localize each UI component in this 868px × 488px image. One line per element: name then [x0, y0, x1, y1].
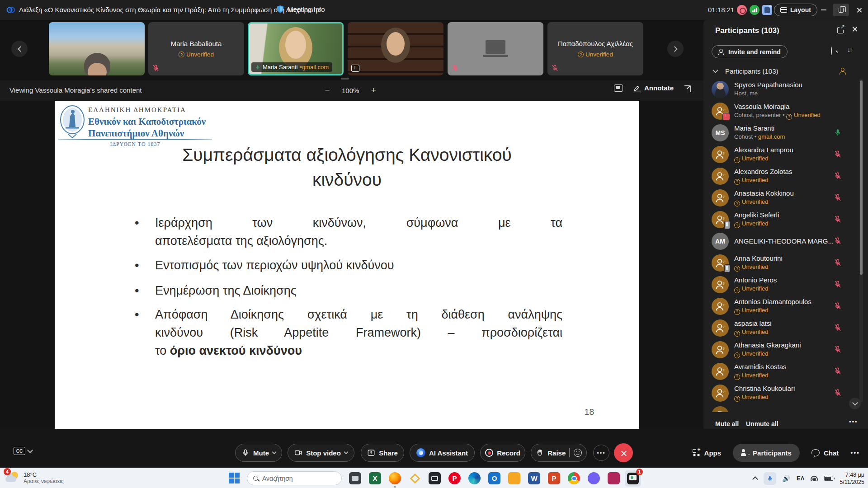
record-button[interactable]: Record [480, 444, 525, 462]
stop-video-button[interactable]: Stop video [288, 444, 354, 462]
org-name-1: Εθνικόν και Καποδιστριακόν [88, 116, 206, 127]
chat-button[interactable]: Chat [811, 449, 839, 457]
wifi-icon[interactable] [811, 476, 818, 481]
leave-meeting-button[interactable] [614, 443, 633, 462]
search-participants-icon[interactable] [831, 47, 839, 55]
participant-row[interactable]: AMANGELIKI-THEODORA MARG... [703, 230, 861, 252]
participant-row[interactable]: ?Angeliki SeferliUnverified [703, 209, 861, 230]
window-titlebar: Διάλεξη «Ο Κανονιστικός Κίνδυνος στη Θεω… [0, 0, 868, 20]
ai-assistant-button[interactable]: AI Assistant [410, 444, 475, 462]
participant-row[interactable]: ?aspasia latsiUnverified [703, 317, 861, 339]
scroll-down-button[interactable] [849, 398, 861, 409]
notes-clipboard-icon[interactable] [762, 5, 772, 15]
sort-participants-icon[interactable]: ↓↑ [847, 46, 852, 53]
mute-all-button[interactable]: Mute all [715, 420, 739, 427]
taskbar-icon-firefox[interactable] [389, 472, 401, 484]
participant-row[interactable]: MSMaria SarantiCohost • gmail.com [703, 122, 861, 144]
layout-button[interactable]: Layout [774, 4, 817, 16]
taskbar-weather-widget[interactable]: 4 18°C Αραιές νεφώσεις [5, 470, 64, 485]
svg-text:?: ? [722, 151, 725, 155]
share-button[interactable]: Share [361, 444, 404, 462]
video-thumbnail-babaliouta[interactable]: Maria Babaliouta Unverified [148, 22, 244, 75]
zoom-level[interactable]: 100% [342, 87, 359, 94]
filmstrip-next-button[interactable] [667, 41, 684, 57]
participant-row[interactable]: Spyros PapathanasiouHost, me [703, 79, 861, 100]
video-thumbnail-saranti-active[interactable]: Maria Saranti •gmail.com [248, 22, 344, 75]
taskbar-icon-edge[interactable] [468, 472, 481, 484]
tray-volume-icon[interactable]: 🔊 [783, 475, 790, 482]
apps-button[interactable]: Apps [693, 449, 722, 457]
taskbar-icon-file-explorer[interactable] [349, 472, 361, 484]
zoom-out-button[interactable]: − [322, 84, 333, 97]
taskbar-icon-tv[interactable] [429, 472, 441, 484]
connection-quality-icon[interactable] [750, 5, 760, 15]
chevron-down-icon[interactable] [272, 450, 277, 455]
participant-row[interactable]: ?Antonio PerosUnverified [703, 274, 861, 296]
video-thumbnail-moiragia[interactable] [348, 22, 443, 75]
dock-more-button[interactable]: ••• [850, 449, 860, 456]
unverified-icon [734, 374, 740, 380]
minimize-button[interactable] [816, 4, 832, 16]
raise-hand-button[interactable]: Raise [531, 444, 587, 462]
more-options-button[interactable]: ••• [593, 445, 609, 461]
taskbar-icon-photos[interactable] [608, 472, 620, 484]
taskbar-icon-webex-active[interactable]: 1 [625, 470, 641, 487]
participant-row[interactable]: ?Vassoula MoiragiaCohost, presenter • Un… [703, 100, 861, 122]
filmstrip-prev-button[interactable] [11, 41, 28, 57]
taskbar-icon-notes[interactable] [508, 472, 520, 484]
annotate-button[interactable]: Annotate [634, 84, 674, 92]
pen-icon [634, 84, 641, 92]
start-button[interactable] [229, 473, 241, 484]
taskbar-icon-pinterest[interactable]: P [448, 472, 461, 484]
participants-toggle-button[interactable]: Participants [733, 444, 800, 462]
taskbar-icon-viber[interactable] [588, 472, 600, 484]
meeting-info-button[interactable]: Meeting Info [277, 5, 325, 13]
participant-row[interactable]: ? [703, 404, 861, 412]
participants-section-header[interactable]: Participants (103) [703, 65, 868, 79]
expand-icon[interactable] [684, 85, 691, 92]
taskbar-icon-powerpoint[interactable]: P [548, 472, 560, 484]
view-on-device-icon[interactable] [614, 84, 623, 92]
participant-name: Antonios Diamantopoulos [734, 298, 837, 305]
participant-row[interactable]: ?Alexandra LamprouUnverified [703, 144, 861, 165]
video-thumbnail-papadopoulos[interactable]: Παπαδόπουλος Αχιλλέας Unverified [547, 22, 643, 75]
video-thumbnail-placeholder[interactable] [448, 22, 543, 75]
close-button[interactable] [851, 4, 867, 16]
participant-row[interactable]: ?Avramidis KostasUnverified [703, 361, 861, 382]
footer-more-button[interactable]: ••• [849, 418, 858, 425]
participant-row[interactable]: ?Alexandros ZolotasUnverified [703, 165, 861, 187]
closed-captions-button[interactable]: CC [14, 447, 32, 455]
restore-button[interactable] [833, 4, 849, 16]
participant-row[interactable]: ?Christina KoukoulariUnverified [703, 382, 861, 404]
popout-icon[interactable] [837, 27, 844, 33]
taskbar-icon-excel[interactable]: X [369, 472, 381, 484]
mute-button[interactable]: Mute [235, 444, 282, 462]
taskbar-icon-word[interactable]: W [528, 472, 540, 484]
participant-row[interactable]: ?Athanasia GkaragkaniUnverified [703, 339, 861, 361]
tray-expand-icon[interactable] [752, 476, 758, 482]
taskbar-icon-outlook[interactable]: O [488, 472, 500, 484]
mic-muted-icon [834, 258, 842, 267]
video-thumbnail-host[interactable] [49, 22, 145, 75]
chevron-down-icon[interactable] [344, 450, 348, 455]
tray-mic-in-use-icon[interactable] [764, 472, 776, 485]
reactions-icon[interactable] [574, 449, 582, 457]
participants-scrollbar[interactable] [859, 79, 863, 402]
zoom-in-button[interactable]: + [368, 84, 379, 97]
taskbar-search[interactable]: Αναζήτηση [247, 471, 342, 485]
participant-row[interactable]: ?Anna KoutouriniUnverified [703, 252, 861, 274]
invite-and-remind-button[interactable]: Invite and remind [712, 45, 788, 58]
close-panel-icon[interactable] [852, 26, 859, 33]
taskbar-icon-devtools[interactable] [409, 472, 421, 484]
taskbar-icon-chrome[interactable] [568, 472, 580, 484]
taskbar-clock[interactable]: 7:48 μμ 5/11/2025 [840, 471, 864, 486]
participant-row[interactable]: ?Antonios DiamantopoulosUnverified [703, 296, 861, 317]
battery-icon[interactable] [824, 476, 833, 481]
recording-indicator-icon[interactable] [737, 5, 747, 15]
search-placeholder: Αναζήτηση [262, 475, 293, 482]
filmstrip-resize-handle[interactable] [341, 78, 349, 80]
participant-avatar: ? [712, 363, 729, 380]
participant-row[interactable]: ?Anastasia KokkinouUnverified [703, 187, 861, 209]
language-indicator[interactable]: ΕΛ [797, 475, 804, 482]
unmute-all-button[interactable]: Unmute all [746, 420, 778, 427]
